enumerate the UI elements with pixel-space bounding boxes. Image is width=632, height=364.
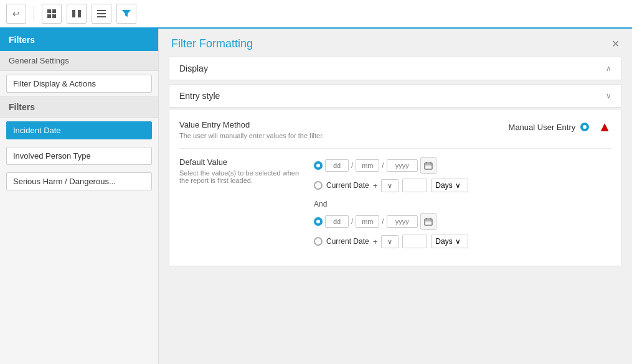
curdate1-label: Current Date [326,181,369,190]
curdate2-label: Current Date [326,237,369,246]
dv-title: Default Value [179,157,304,167]
vem-title: Value Entry Method [179,120,324,129]
svg-rect-3 [52,14,56,18]
undo-button[interactable]: ↩ [6,4,26,24]
date1-mm-input[interactable] [356,159,379,172]
date2-radio[interactable] [314,217,323,226]
current-date-row-2: Current Date + ∨ Days ∨ [314,235,611,248]
date1-radio[interactable] [314,161,323,170]
filters-header: Filters [0,96,158,118]
list-button[interactable] [92,4,111,24]
curdate1-days-input[interactable] [402,179,427,192]
svg-rect-0 [47,9,51,13]
svg-rect-8 [97,16,106,17]
curdate2-days-select[interactable]: Days ∨ [431,235,468,248]
filter-item-involved-person-type[interactable]: Involved Person Type [6,147,152,165]
svg-rect-9 [425,163,432,169]
curdate2-radio[interactable] [314,237,323,246]
date1-yyyy-input[interactable] [387,159,418,172]
and-label: And [314,200,611,208]
entry-style-section-header[interactable]: Entry style [169,84,622,108]
content-area: Display Entry style Value Entry Method T… [159,57,632,364]
date-row-2: / / [314,213,611,230]
sidebar: Filters General Settings Filter Display … [0,29,159,364]
entry-style-body: Value Entry Method The user will manuall… [169,110,622,266]
display-chevron-icon [606,64,611,73]
svg-rect-2 [47,14,51,18]
display-section-header[interactable]: Display [169,57,622,80]
date2-yyyy-input[interactable] [387,215,418,228]
manual-user-entry-radio[interactable] [580,123,589,131]
default-value-row: Default Value Select the value(s) to be … [179,157,611,256]
current-date-row-1: Current Date + ∨ Days ∨ [314,179,611,192]
curdate2-days-input[interactable] [402,235,427,248]
panel-title: Filter Formatting [171,37,253,50]
value-entry-method-row: Value Entry Method The user will manuall… [179,120,611,149]
date2-mm-input[interactable] [356,215,379,228]
vem-right: Manual User Entry ▲ [509,120,611,134]
curdate1-days-select[interactable]: Days ∨ [431,179,468,192]
arrow-annotation: ▲ [598,120,611,134]
main-panel: Filter Formatting ✕ Display Entry style [159,29,632,364]
panel-header: Filter Formatting ✕ [159,29,632,57]
curdate2-dropdown[interactable]: ∨ [381,235,399,248]
date2-dd-input[interactable] [325,215,349,228]
layout: Filters General Settings Filter Display … [0,29,632,364]
date2-calendar-button[interactable] [420,213,436,230]
svg-rect-1 [52,9,56,13]
toolbar-separator-1 [34,6,34,21]
entry-style-chevron-icon [606,91,611,100]
curdate1-dropdown[interactable]: ∨ [381,179,399,192]
manual-user-entry-label: Manual User Entry [509,123,576,132]
filter-item-serious-harm[interactable]: Serious Harm / Dangerous... [6,172,152,190]
svg-rect-6 [97,10,106,11]
vem-left: Value Entry Method The user will manuall… [179,120,324,139]
dv-description: Select the value(s) to be selected when … [179,169,304,184]
general-settings-header: General Settings [0,51,158,71]
svg-rect-13 [425,219,432,225]
svg-rect-5 [78,10,81,17]
entry-style-section-label: Entry style [179,91,220,101]
svg-rect-7 [97,13,106,14]
date1-dd-input[interactable] [325,159,349,172]
date1-calendar-button[interactable] [420,157,436,174]
vem-description: The user will manually enter values for … [179,132,324,139]
sidebar-top-header: Filters [0,29,158,51]
filter-button[interactable] [116,4,136,24]
date-row-1: / / [314,157,611,174]
svg-rect-4 [72,10,75,17]
columns-button[interactable] [67,4,87,24]
filter-display-actions-btn[interactable]: Filter Display & Actions [6,75,152,93]
dv-left: Default Value Select the value(s) to be … [179,157,304,184]
dv-right: / / [314,157,611,256]
display-section-label: Display [179,63,208,73]
curdate1-radio[interactable] [314,181,323,190]
filter-item-incident-date[interactable]: Incident Date [6,121,152,139]
close-button[interactable]: ✕ [611,39,620,49]
toolbar: ↩ [0,0,632,29]
grid-button[interactable] [42,4,62,24]
